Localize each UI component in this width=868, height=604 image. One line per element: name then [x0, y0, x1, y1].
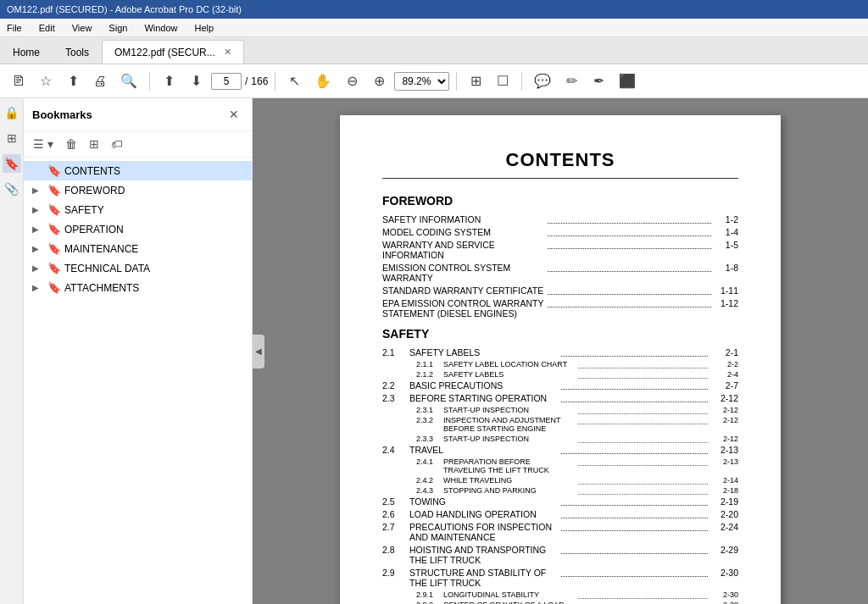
bookmark-item-operation[interactable]: ▶ 🔖 OPERATION [24, 219, 252, 239]
menu-edit[interactable]: Edit [36, 21, 58, 35]
sidebar-options-button[interactable]: ☰ ▾ [29, 135, 58, 153]
tab-document[interactable]: OM122.pdf (SECUR... ✕ [102, 40, 244, 64]
sidebar-collapse-handle[interactable]: ◀ [253, 335, 264, 368]
upload-button[interactable]: ⬆ [61, 69, 85, 93]
bookmark-expand-foreword[interactable]: ▶ [32, 186, 44, 195]
toc-label: BEFORE STARTING OPERATION [409, 393, 556, 403]
left-icon-layers[interactable]: ⊞ [3, 129, 21, 147]
toc-label: SAFETY INFORMATION [382, 214, 546, 224]
main-area: 🔒 ⊞ 🔖 📎 Bookmarks ✕ ☰ ▾ 🗑 ⊞ 🏷 🔖 CONTENTS… [0, 98, 868, 604]
toc-section-foreword: FOREWORD SAFETY INFORMATION 1-2 MODEL CO… [382, 194, 738, 319]
toc-page: 2-2 [713, 360, 738, 368]
toc-label: STRUCTURE AND STABILITY OF THE LIFT TRUC… [409, 568, 556, 588]
toc-page: 2-4 [713, 370, 738, 379]
toc-label: STOPPING AND PARKING [443, 486, 573, 495]
pdf-viewer-area[interactable]: ◀ CONTENTS FOREWORD SAFETY INFORMATION 1… [253, 98, 868, 604]
toc-page: 2-13 [713, 457, 738, 474]
print-button[interactable]: 🖨 [88, 69, 112, 93]
left-icon-lock[interactable]: 🔒 [3, 103, 21, 122]
touchup-button[interactable]: ☐ [491, 69, 515, 93]
toc-page: 2-1 [713, 347, 738, 357]
toc-label: EPA EMISSION CONTROL WARRANTY STATEMENT … [382, 298, 546, 319]
bookmark-expand-attachments[interactable]: ▶ [32, 283, 44, 292]
menu-view[interactable]: View [69, 21, 96, 35]
select-tool-button[interactable]: ↖ [282, 69, 306, 93]
bookmark-item-safety[interactable]: ▶ 🔖 SAFETY [24, 200, 252, 219]
hand-tool-button[interactable]: ✋ [309, 69, 337, 93]
bookmark-star-button[interactable]: ☆ [34, 69, 58, 93]
bookmark-expand-maintenance[interactable]: ▶ [32, 244, 44, 253]
page-number-input[interactable] [211, 73, 242, 90]
menu-sign[interactable]: Sign [105, 21, 131, 35]
find-button[interactable]: 🔍 [115, 69, 142, 93]
redact-button[interactable]: ⬛ [614, 69, 641, 93]
comment-button[interactable]: 💬 [529, 69, 556, 93]
menu-window[interactable]: Window [141, 21, 181, 35]
pdf-title-divider [382, 178, 738, 179]
toc-label: INSPECTION AND ADJUSTMENT BEFORE STARTIN… [443, 416, 573, 433]
tab-home[interactable]: Home [0, 40, 53, 64]
toc-item-safety-info: SAFETY INFORMATION 1-2 [382, 214, 738, 224]
bookmark-icon-foreword: 🔖 [47, 184, 61, 197]
bookmark-icon-contents: 🔖 [47, 164, 61, 177]
toc-item-2-1-2: 2.1.2 SAFETY LABELS 2-4 [416, 370, 738, 379]
toc-item-2-8: 2.8 HOISTING AND TRANSPORTING THE LIFT T… [382, 545, 738, 565]
toc-num: 2.1.2 [416, 370, 440, 379]
toc-label: MODEL CODING SYSTEM [382, 227, 546, 237]
bookmark-label-operation: OPERATION [64, 224, 124, 236]
toc-num: 2.2 [382, 380, 406, 391]
new-file-button[interactable]: 🖹 [7, 69, 31, 93]
bookmark-expand-safety[interactable]: ▶ [32, 205, 44, 214]
snapshot-button[interactable]: ⊞ [464, 69, 487, 93]
zoom-out-button[interactable]: ⊖ [340, 69, 364, 93]
left-icon-bookmark[interactable]: 🔖 [3, 154, 21, 173]
toc-num: 2.9 [382, 568, 406, 588]
menu-file[interactable]: File [3, 21, 25, 35]
toc-item-2-4: 2.4 TRAVEL 2-13 [382, 445, 738, 455]
toolbar-separator-4 [521, 72, 522, 91]
toolbar-separator-2 [275, 72, 275, 91]
toc-num: 2.4.1 [416, 457, 440, 474]
sidebar: Bookmarks ✕ ☰ ▾ 🗑 ⊞ 🏷 🔖 CONTENTS ▶ 🔖 FOR… [24, 98, 253, 604]
toc-item-2-2: 2.2 BASIC PRECAUTIONS 2-7 [382, 380, 738, 391]
zoom-in-button[interactable]: ⊕ [367, 69, 391, 93]
zoom-select[interactable]: 89.2% 50% 75% 100% 125% [394, 72, 449, 91]
left-icon-paperclip[interactable]: 📎 [3, 180, 21, 198]
toc-dots [548, 298, 711, 308]
bookmark-icon-maintenance: 🔖 [47, 242, 61, 255]
bookmark-expand-operation[interactable]: ▶ [32, 224, 44, 234]
sidebar-tag-button[interactable]: 🏷 [107, 135, 127, 153]
bookmark-item-contents[interactable]: 🔖 CONTENTS [24, 161, 252, 180]
signature-button[interactable]: ✒ [587, 69, 610, 93]
sidebar-delete-button[interactable]: 🗑 [61, 135, 81, 153]
toc-label: START-UP INSPECTION [443, 406, 573, 414]
toc-num: 2.4.2 [416, 476, 440, 485]
pdf-title: CONTENTS [382, 149, 738, 171]
page-separator: / [245, 75, 248, 87]
sidebar-close-button[interactable]: ✕ [225, 105, 243, 124]
tab-tools[interactable]: Tools [53, 40, 102, 64]
toolbar: 🖹 ☆ ⬆ 🖨 🔍 ⬆ ⬇ / 166 ↖ ✋ ⊖ ⊕ 89.2% 50% 75… [0, 64, 868, 98]
scroll-up-button[interactable]: ⬆ [157, 69, 181, 93]
bookmark-item-attachments[interactable]: ▶ 🔖 ATTACHMENTS [24, 278, 252, 297]
bookmark-expand-technical-data[interactable]: ▶ [32, 263, 44, 273]
toc-label: CENTER OF GRAVITY OF A LOAD [443, 601, 573, 604]
toc-page: 1-12 [713, 298, 738, 319]
menu-help[interactable]: Help [192, 21, 218, 35]
toc-page: 2-12 [713, 416, 738, 433]
bookmark-item-technical-data[interactable]: ▶ 🔖 TECHNICAL DATA [24, 258, 252, 278]
sidebar-expand-button[interactable]: ⊞ [85, 135, 103, 153]
toc-page: 1-4 [713, 227, 738, 237]
toc-dots [561, 393, 708, 402]
toc-dots [578, 486, 708, 495]
bookmark-item-foreword[interactable]: ▶ 🔖 FOREWORD [24, 180, 252, 200]
toc-dots [548, 263, 711, 272]
bookmark-item-maintenance[interactable]: ▶ 🔖 MAINTENANCE [24, 239, 252, 258]
title-bar: OM122.pdf (SECURED) - Adobe Acrobat Pro … [0, 0, 868, 19]
tab-close-icon[interactable]: ✕ [224, 47, 231, 58]
toc-num: 2.3.3 [416, 435, 440, 443]
sidebar-title: Bookmarks [32, 108, 92, 121]
tab-home-label: Home [13, 47, 40, 58]
scroll-down-button[interactable]: ⬇ [184, 69, 208, 93]
highlight-button[interactable]: ✏ [559, 69, 583, 93]
